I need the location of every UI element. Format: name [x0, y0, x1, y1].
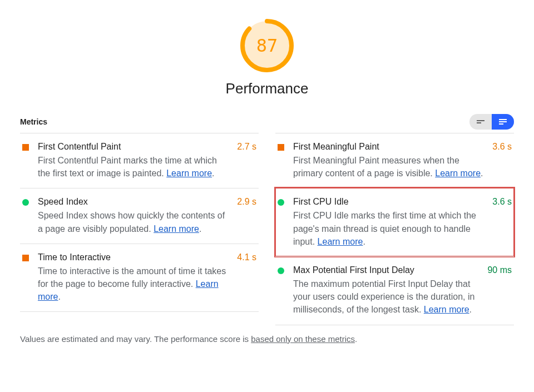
- metric-card: First Meaningful PaintFirst Meaningful P…: [275, 133, 514, 188]
- footnote-text-suffix: .: [355, 334, 357, 344]
- metrics-grid: First Contentful PaintFirst Contentful P…: [20, 133, 514, 325]
- metric-title: Time to Interactive: [38, 252, 228, 262]
- metric-title: First Contentful Paint: [38, 142, 228, 152]
- score-value: 87: [239, 18, 295, 73]
- metric-description: The maximum potential First Input Delay …: [293, 277, 478, 316]
- compact-icon: [477, 120, 484, 124]
- footnote-link[interactable]: based only on these metrics: [251, 334, 355, 344]
- metric-description: First CPU Idle marks the first time at w…: [293, 209, 483, 248]
- metric-title: First CPU Idle: [293, 197, 483, 207]
- metric-value: 90 ms: [487, 265, 512, 316]
- view-toggle-compact[interactable]: [469, 114, 492, 130]
- metric-value: 4.1 s: [237, 252, 256, 304]
- metric-body: Speed IndexSpeed Index shows how quickly…: [38, 197, 228, 235]
- metric-value: 3.6 s: [492, 142, 512, 180]
- footnote: Values are estimated and may vary. The p…: [20, 334, 514, 344]
- metric-body: First CPU IdleFirst CPU Idle marks the f…: [293, 197, 483, 248]
- metrics-toolbar: Metrics: [20, 114, 514, 130]
- metrics-column-right: First Meaningful PaintFirst Meaningful P…: [275, 133, 514, 325]
- metric-title: Max Potential First Input Delay: [293, 265, 478, 275]
- metric-body: Time to InteractiveTime to interactive i…: [38, 252, 228, 304]
- metric-description-text: First Meaningful Paint measures when the…: [293, 156, 459, 178]
- metric-card: Time to InteractiveTime to interactive i…: [20, 244, 259, 312]
- learn-more-link[interactable]: Learn more: [318, 237, 363, 246]
- view-toggle-expanded[interactable]: [492, 114, 514, 130]
- status-dot: [278, 199, 284, 206]
- status-dot: [22, 144, 29, 151]
- metric-value: 2.7 s: [237, 142, 256, 180]
- metric-card: First CPU IdleFirst CPU Idle marks the f…: [275, 188, 514, 256]
- metric-title: Speed Index: [38, 197, 228, 207]
- metric-title: First Meaningful Paint: [293, 142, 483, 152]
- learn-more-link[interactable]: Learn more: [154, 224, 199, 234]
- metric-card: Max Potential First Input DelayThe maxim…: [275, 256, 514, 325]
- metric-description: First Meaningful Paint measures when the…: [293, 154, 483, 180]
- metric-body: First Contentful PaintFirst Contentful P…: [38, 142, 228, 180]
- performance-header: 87 Performance: [0, 18, 534, 97]
- learn-more-link[interactable]: Learn more: [166, 168, 212, 178]
- status-dot: [22, 255, 29, 261]
- metrics-column-left: First Contentful PaintFirst Contentful P…: [20, 133, 259, 325]
- metric-card: Speed IndexSpeed Index shows how quickly…: [20, 188, 259, 243]
- status-dot: [278, 267, 284, 274]
- status-dot: [22, 199, 29, 206]
- metrics-heading: Metrics: [20, 117, 47, 126]
- learn-more-link[interactable]: Learn more: [435, 168, 481, 178]
- status-dot: [278, 144, 284, 151]
- score-gauge: 87: [239, 18, 295, 73]
- metric-body: First Meaningful PaintFirst Meaningful P…: [293, 142, 483, 180]
- metric-value: 3.6 s: [492, 197, 512, 248]
- view-toggle: [469, 114, 514, 130]
- category-title: Performance: [226, 80, 309, 97]
- metric-value: 2.9 s: [237, 197, 256, 235]
- metric-body: Max Potential First Input DelayThe maxim…: [293, 265, 478, 316]
- metric-card: First Contentful PaintFirst Contentful P…: [20, 133, 259, 188]
- expanded-icon: [499, 118, 507, 125]
- metric-description: Time to interactive is the amount of tim…: [38, 265, 228, 304]
- footnote-text-prefix: Values are estimated and may vary. The p…: [20, 334, 251, 344]
- metric-description: Speed Index shows how quickly the conten…: [38, 209, 228, 235]
- learn-more-link[interactable]: Learn more: [424, 305, 469, 314]
- metric-description: First Contentful Paint marks the time at…: [38, 154, 228, 180]
